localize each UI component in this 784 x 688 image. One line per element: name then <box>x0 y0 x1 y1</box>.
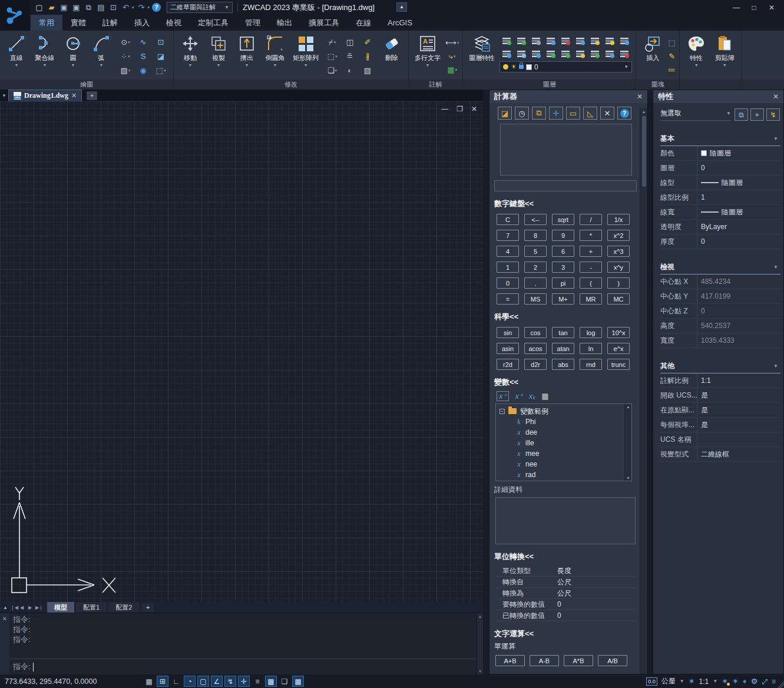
calc-fn-e^x[interactable]: e^x <box>607 343 630 354</box>
scientific-section-title[interactable]: 科學<< <box>489 312 639 322</box>
create-block-icon[interactable]: ⬚ <box>668 37 676 49</box>
calc-key-MR[interactable]: MR <box>580 293 602 305</box>
calc-fn-cos[interactable]: cos <box>524 327 547 338</box>
calc-fn-log[interactable]: log <box>580 327 602 338</box>
offset-icon[interactable]: ◫ <box>341 35 359 49</box>
annotation-scale-value[interactable]: 1:1 <box>699 677 709 686</box>
annotation-visibility-icon[interactable]: ✶ <box>722 677 728 686</box>
calc-key-8[interactable]: 8 <box>524 230 547 241</box>
drawing-canvas[interactable]: — ❐ ✕ <box>0 101 483 602</box>
section-header-檢視[interactable]: 檢視▼ <box>660 262 780 274</box>
section-header-基本[interactable]: 基本▼ <box>660 134 780 146</box>
textop-A+B[interactable]: A+B <box>495 655 525 666</box>
variables-folder-row[interactable]: −變數範例 <box>499 406 623 416</box>
calc-key-=[interactable]: = <box>497 293 519 305</box>
clear-history-icon[interactable]: ✕ <box>600 107 614 120</box>
trim-icon-caret[interactable]: ▾ <box>334 40 336 45</box>
property-value[interactable]: 是 <box>697 418 780 432</box>
calc-fn-asin[interactable]: asin <box>497 343 519 354</box>
divide-icon[interactable]: ⁘▾ <box>117 49 134 64</box>
calc-key-<--[interactable]: <-- <box>524 214 547 225</box>
hatch-icon[interactable]: ▨▾ <box>117 64 134 78</box>
calc-fn-sin[interactable]: sin <box>497 327 519 338</box>
layer-visibility-icon[interactable] <box>617 34 632 47</box>
variable-item-nee[interactable]: xnee <box>499 459 623 469</box>
point-icon-caret[interactable]: ▾ <box>128 40 130 45</box>
region-icon[interactable]: ◪ <box>152 49 170 64</box>
stretch-icon[interactable]: ⬚▾ <box>323 49 341 64</box>
calc-key-3[interactable]: 3 <box>552 262 574 273</box>
unit-row[interactable]: 已轉換的數值0 <box>495 610 637 621</box>
layout-next-icon[interactable]: ▶ <box>27 605 33 610</box>
toggle-pickadd-icon[interactable]: ↯ <box>766 108 780 121</box>
revision-cloud-icon[interactable]: S <box>134 49 152 64</box>
leader-icon-caret[interactable]: ▾ <box>454 54 456 59</box>
boundary-icon[interactable]: ⊡ <box>152 35 170 49</box>
wipeout-icon-caret[interactable]: ▾ <box>164 68 166 73</box>
object-snap-toggle[interactable]: ▢ <box>197 676 209 687</box>
ribbon-tab-管理[interactable]: 管理 <box>237 15 269 31</box>
property-value[interactable]: 485.4234 <box>697 274 780 289</box>
textops-section-title[interactable]: 文字運算<< <box>489 629 639 639</box>
ribbon-tab-在線[interactable]: 在線 <box>348 15 379 31</box>
command-collapse-icon[interactable]: ▲ <box>1 605 9 610</box>
clear-icon[interactable]: ◪ <box>498 107 512 120</box>
textop-A*B[interactable]: A*B <box>564 655 593 666</box>
ribbon-tab-檢視[interactable]: 檢視 <box>158 15 190 31</box>
break-icon[interactable]: ∦ <box>359 49 376 64</box>
calculator-input-icon[interactable]: ▦ <box>541 392 548 401</box>
annotation-scale-icon[interactable]: ✶ <box>689 677 695 686</box>
copy-nested-icon[interactable]: ❏▾ <box>323 64 341 78</box>
clipboard-button[interactable]: 剪貼簿▼ <box>712 33 737 80</box>
chevron-down-icon[interactable]: ▼ <box>773 136 780 141</box>
hatch-display-toggle[interactable]: ▩ <box>265 676 277 687</box>
calculator-close-icon[interactable]: ✕ <box>637 92 643 101</box>
document-tab[interactable]: Drawing1.dwg ✕ <box>8 90 82 101</box>
property-value[interactable]: 1 <box>697 190 780 204</box>
section-header-其他[interactable]: 其他▼ <box>660 361 780 373</box>
document-tab-close-icon[interactable]: ✕ <box>71 92 77 100</box>
layer-previous-icon[interactable] <box>558 47 573 60</box>
calc-key-6[interactable]: 6 <box>552 246 574 257</box>
select-objects-icon[interactable]: ⌖ <box>750 108 764 121</box>
calc-key-([interactable]: ( <box>580 277 602 289</box>
dimension-icon[interactable]: ⟷▾ <box>445 37 459 49</box>
calc-key-pi[interactable]: pi <box>552 277 574 289</box>
calc-key-M+[interactable]: M+ <box>552 293 574 305</box>
calc-fn-r2d[interactable]: r2d <box>497 359 519 370</box>
property-value[interactable]: 540.2537 <box>697 319 780 333</box>
new-document-button[interactable]: + <box>87 91 97 100</box>
calc-key-)[interactable]: ) <box>607 277 630 289</box>
arc-button[interactable]: 弧▼ <box>88 33 114 80</box>
layer-up-icon[interactable] <box>514 34 529 47</box>
calc-fn-atan[interactable]: atan <box>552 343 574 354</box>
redo-icon[interactable]: ↷ <box>137 3 147 12</box>
chevron-down-icon[interactable]: ▼ <box>773 264 780 270</box>
paste-to-commandline-icon[interactable]: ⧉ <box>532 107 546 120</box>
ribbon-tab-實體[interactable]: 實體 <box>62 15 94 31</box>
properties-palette-button[interactable]: 特性▼ <box>683 33 709 80</box>
maximize-button[interactable]: □ <box>747 4 760 12</box>
edit-variable-icon[interactable]: x⁺ <box>515 392 522 401</box>
calc-key-.[interactable]: . <box>524 277 547 289</box>
ribbon-tab-常用[interactable]: 常用 <box>31 15 62 31</box>
property-value[interactable]: 隨圖層 <box>697 205 780 219</box>
calc-key-0[interactable]: 0 <box>497 277 519 289</box>
doc-close-button[interactable]: ✕ <box>471 105 477 113</box>
transparency-toggle[interactable]: ≡ <box>252 676 263 687</box>
layer-delete-icon[interactable] <box>617 47 632 60</box>
layer-freeze-icon[interactable] <box>544 34 558 47</box>
ribbon-tab-註解[interactable]: 註解 <box>94 15 126 31</box>
variables-tree[interactable]: −變數範例kPhixdeexillexmeexneexradxvee▲▼ <box>495 403 632 481</box>
calc-key-x^2[interactable]: x^2 <box>607 230 630 241</box>
unit-row[interactable]: 轉換為公尺 <box>495 588 637 599</box>
save-all-icon[interactable]: ⧉ <box>84 3 94 12</box>
calc-fn-tan[interactable]: tan <box>552 327 574 338</box>
calc-key-/[interactable]: / <box>580 214 602 225</box>
stretch-icon-caret[interactable]: ▾ <box>335 54 338 59</box>
rect-array-button[interactable]: 矩形陣列▼ <box>290 33 321 80</box>
dynamic-input-toggle[interactable]: ↯ <box>224 676 236 687</box>
unit-row-value[interactable]: 0 <box>557 600 637 608</box>
layer-dropdown[interactable]: ☀ 0 ▼ <box>499 61 632 72</box>
blend-icon[interactable]: ◐ <box>341 64 359 78</box>
